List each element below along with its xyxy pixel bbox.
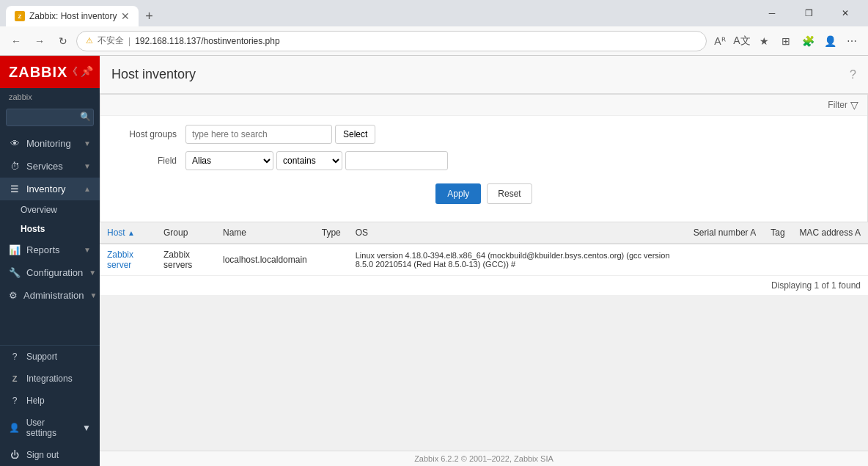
col-group[interactable]: Group [156,222,216,244]
sidebar-item-sign-out[interactable]: ⏻ Sign out [0,444,100,466]
display-count: Displaying 1 of 1 found [100,276,868,295]
sidebar-item-inventory[interactable]: ☰ Inventory ▲ [0,178,100,200]
table-header-row: Host ▲ Group Name Type [100,222,868,244]
minimize-button[interactable]: ─ [755,3,789,23]
settings-button[interactable]: ⋯ [842,31,862,51]
col-type[interactable]: Type [315,222,348,244]
sidebar-item-label-monitoring: Monitoring [26,138,71,149]
filter-row-host-groups: Host groups Select [112,125,856,144]
col-tag[interactable]: Tag [763,222,792,244]
services-icon: ⏱ [9,161,21,172]
forward-button[interactable]: → [29,31,50,51]
translate-button[interactable]: A文 [732,31,752,51]
select-button[interactable]: Select [335,125,375,144]
col-host[interactable]: Host ▲ [100,222,156,244]
col-mac-a[interactable]: MAC address A [792,222,868,244]
extensions-button[interactable]: 🧩 [798,31,818,51]
sidebar-item-label-services: Services [26,161,63,172]
integrations-icon: Z [9,374,21,383]
help-button[interactable]: ? [850,68,856,81]
sidebar-bottom-label-integrations: Integrations [26,374,73,384]
sidebar-item-administration[interactable]: ⚙ Administration ▼ [0,284,100,307]
col-group-label: Group [163,227,188,238]
title-bar: Z Zabbix: Host inventory ✕ + ─ ❒ ✕ [0,0,868,26]
new-tab-button[interactable]: + [139,6,159,26]
sidebar-username: zabbix [0,88,100,106]
cell-mac-a [792,244,868,276]
services-arrow-icon: ▼ [84,162,91,170]
monitoring-arrow-icon: ▼ [84,139,91,148]
browser-chrome: Z Zabbix: Host inventory ✕ + ─ ❒ ✕ ← → ↻… [0,0,868,56]
col-serial-a[interactable]: Serial number A [686,222,763,244]
sidebar-item-services[interactable]: ⏱ Services ▼ [0,155,100,178]
sidebar-subitem-overview[interactable]: Overview [0,200,100,219]
logo-text: ZABBIX [9,64,67,81]
reset-button[interactable]: Reset [487,183,532,204]
address-bar[interactable]: ⚠ 不安全 | 192.168.118.137/hostinventories.… [76,31,707,51]
sidebar-item-help[interactable]: ? Help [0,390,100,412]
tab-close-button[interactable]: ✕ [121,10,130,22]
close-button[interactable]: ✕ [828,3,862,23]
sort-arrow-icon: ▲ [128,229,135,237]
sidebar-subitem-label-hosts: Hosts [21,224,45,234]
collapse-sidebar-icon[interactable]: 《 [67,65,78,79]
cell-host: Zabbix server [100,244,156,276]
cell-tag [763,244,792,276]
page-title: Host inventory [111,67,196,82]
sidebar-item-user-settings[interactable]: 👤 User settings ▼ [0,412,100,444]
sidebar-bottom: ? Support Z Integrations ? Help 👤 User s… [0,345,100,466]
configuration-icon: 🔧 [9,267,21,278]
footer-text: Zabbix 6.2.2 © 2001–2022, Zabbix SIA [414,454,553,463]
sidebar-bottom-label-sign-out: Sign out [26,450,59,460]
col-host-label: Host [107,227,125,238]
sidebar-item-integrations[interactable]: Z Integrations [0,368,100,390]
active-tab[interactable]: Z Zabbix: Host inventory ✕ [6,6,139,26]
app: ZABBIX 《 📌 zabbix 🔍 👁 Monitoring ▼ ⏱ Ser… [0,56,868,466]
filter-toggle[interactable]: Filter ▽ [828,99,858,111]
sidebar-bottom-label-help: Help [26,396,45,406]
main-content: Host inventory ? Filter ▽ Host groups [100,56,868,466]
cell-serial-a [686,244,763,276]
url-separator: | [128,36,130,46]
filter-body: Host groups Select Field Alias Name OS T… [100,116,867,222]
sign-out-icon: ⏻ [9,450,21,460]
col-os[interactable]: OS [348,222,686,244]
sidebar-item-support[interactable]: ? Support [0,346,100,368]
filter-row-field: Field Alias Name OS Type contains equals [112,151,856,170]
user-settings-arrow-icon: ▼ [82,423,91,433]
col-name[interactable]: Name [216,222,315,244]
restore-button[interactable]: ❒ [792,3,825,23]
field-select[interactable]: Alias Name OS Type [185,151,273,170]
sidebar-item-configuration[interactable]: 🔧 Configuration ▼ [0,261,100,284]
user-settings-icon: 👤 [9,423,21,433]
filter-header: Filter ▽ [100,95,867,116]
logo-icons: 《 📌 [67,65,93,79]
browser-nav: ← → ↻ ⚠ 不安全 | 192.168.118.137/hostinvent… [0,26,868,56]
field-value-input[interactable] [345,151,448,170]
sidebar-subitem-hosts[interactable]: Hosts [0,219,100,239]
filter-bar: Filter ▽ Host groups Select Field Alias [100,94,868,222]
profile-button[interactable]: 👤 [820,31,840,51]
tab-favicon: Z [15,11,25,21]
sidebar-item-monitoring[interactable]: 👁 Monitoring ▼ [0,132,100,155]
filter-actions: Apply Reset [112,178,856,213]
pin-sidebar-icon[interactable]: 📌 [81,65,93,79]
back-button[interactable]: ← [6,31,26,51]
sidebar-item-label-configuration: Configuration [26,267,83,278]
security-icon: ⚠ [86,36,93,45]
window-controls: ─ ❒ ✕ [755,3,862,23]
collections-button[interactable]: ⊞ [776,31,796,51]
refresh-button[interactable]: ↻ [53,31,73,51]
host-link[interactable]: Zabbix server [107,250,133,270]
condition-select[interactable]: contains equals [276,151,342,170]
sidebar-item-label-inventory: Inventory [26,183,65,194]
host-groups-input[interactable] [185,125,332,144]
administration-icon: ⚙ [9,290,18,301]
cell-os: Linux version 4.18.0-394.el8.x86_64 (moc… [348,244,686,276]
reader-mode-button[interactable]: Aᴿ [710,31,730,51]
sidebar-subitem-label-overview: Overview [21,205,57,215]
apply-button[interactable]: Apply [435,183,481,204]
favorites-button[interactable]: ★ [754,31,774,51]
sidebar: ZABBIX 《 📌 zabbix 🔍 👁 Monitoring ▼ ⏱ Ser… [0,56,100,466]
sidebar-item-reports[interactable]: 📊 Reports ▼ [0,239,100,261]
